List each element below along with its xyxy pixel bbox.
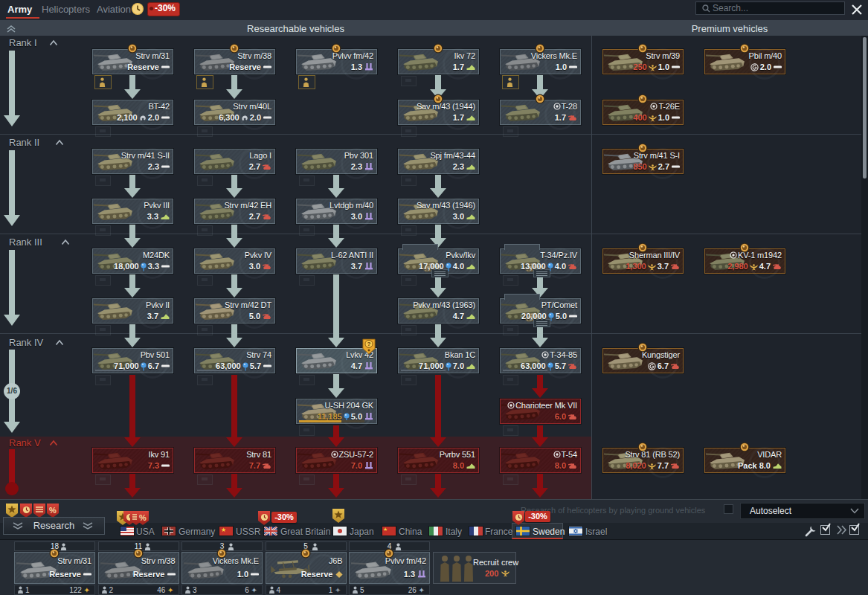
svg-text:?: ? bbox=[367, 341, 371, 347]
